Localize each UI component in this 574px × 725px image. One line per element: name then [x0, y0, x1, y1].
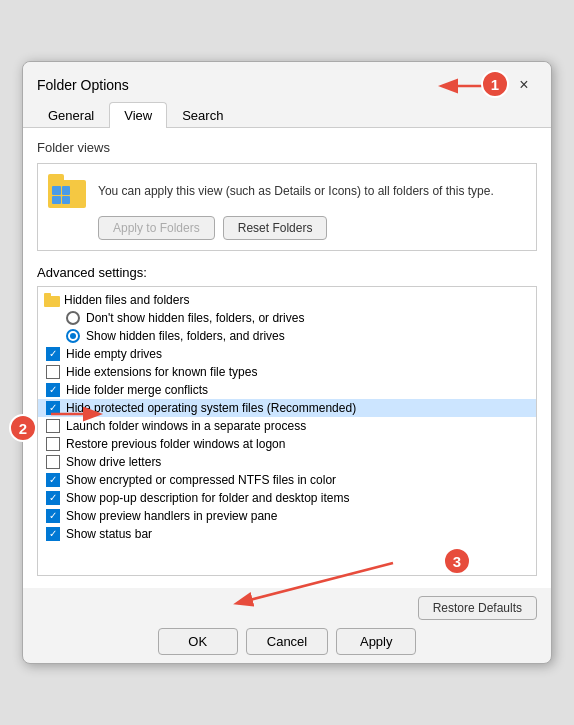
item-label: Show encrypted or compressed NTFS files …	[66, 473, 336, 487]
settings-list-container: Hidden files and folders Don't show hidd…	[37, 286, 537, 576]
item-label: Show hidden files, folders, and drives	[86, 329, 285, 343]
settings-list[interactable]: Hidden files and folders Don't show hidd…	[38, 287, 536, 575]
list-item[interactable]: Don't show hidden files, folders, or dri…	[38, 309, 536, 327]
checkbox-show-popup-description[interactable]	[46, 491, 60, 505]
item-label: Hide folder merge conflicts	[66, 383, 208, 397]
checkbox-hide-protected-os[interactable]	[46, 401, 60, 415]
radio-dont-show[interactable]	[66, 311, 80, 325]
apply-to-folders-button[interactable]: Apply to Folders	[98, 216, 215, 240]
checkbox-hide-empty-drives[interactable]	[46, 347, 60, 361]
item-label: Show drive letters	[66, 455, 161, 469]
folder-icon	[48, 174, 88, 208]
checkbox-show-status-bar[interactable]	[46, 527, 60, 541]
ok-button[interactable]: OK	[158, 628, 238, 655]
list-item[interactable]: Hide folder merge conflicts	[38, 381, 536, 399]
list-item[interactable]: Show pop-up description for folder and d…	[38, 489, 536, 507]
list-item[interactable]: Restore previous folder windows at logon	[38, 435, 536, 453]
list-item[interactable]: Show encrypted or compressed NTFS files …	[38, 471, 536, 489]
folder-options-dialog: 1 2 3 Folder Options ×	[22, 61, 552, 664]
item-label: Launch folder windows in a separate proc…	[66, 419, 306, 433]
checkbox-show-preview-handlers[interactable]	[46, 509, 60, 523]
tab-content: Folder views You can apply this view (su…	[23, 128, 551, 588]
annotation-2: 2	[9, 414, 37, 442]
list-item: Hidden files and folders	[38, 291, 536, 309]
item-label: Don't show hidden files, folders, or dri…	[86, 311, 304, 325]
checkbox-hide-merge-conflicts[interactable]	[46, 383, 60, 397]
tabs-container: General View Search	[23, 102, 551, 128]
item-label: Show status bar	[66, 527, 152, 541]
checkbox-restore-previous-windows[interactable]	[46, 437, 60, 451]
restore-defaults-button[interactable]: Restore Defaults	[418, 596, 537, 620]
checkbox-launch-separate-process[interactable]	[46, 419, 60, 433]
list-item[interactable]: Hide protected operating system files (R…	[38, 399, 536, 417]
folder-views-top: You can apply this view (such as Details…	[48, 174, 526, 208]
folder-views-buttons: Apply to Folders Reset Folders	[48, 216, 526, 240]
item-label: Hidden files and folders	[64, 293, 189, 307]
checkbox-hide-extensions[interactable]	[46, 365, 60, 379]
folder-views-description: You can apply this view (such as Details…	[98, 183, 494, 200]
folder-views-label: Folder views	[37, 140, 537, 155]
tab-view[interactable]: View	[109, 102, 167, 128]
radio-show-hidden[interactable]	[66, 329, 80, 343]
annotation-3: 3	[443, 547, 471, 575]
tab-general[interactable]: General	[33, 102, 109, 128]
advanced-settings-label: Advanced settings:	[37, 265, 537, 280]
checkbox-show-ntfs-color[interactable]	[46, 473, 60, 487]
list-item[interactable]: Show status bar	[38, 525, 536, 543]
folder-views-section: You can apply this view (such as Details…	[37, 163, 537, 251]
reset-folders-button[interactable]: Reset Folders	[223, 216, 328, 240]
list-item[interactable]: Hide empty drives	[38, 345, 536, 363]
annotation-1: 1	[481, 70, 509, 98]
list-item[interactable]: Launch folder windows in a separate proc…	[38, 417, 536, 435]
bottom-area: Restore Defaults OK Cancel Apply	[23, 588, 551, 663]
tab-search[interactable]: Search	[167, 102, 238, 128]
list-item[interactable]: Show preview handlers in preview pane	[38, 507, 536, 525]
cancel-button[interactable]: Cancel	[246, 628, 328, 655]
list-item[interactable]: Show drive letters	[38, 453, 536, 471]
item-label: Hide protected operating system files (R…	[66, 401, 356, 415]
title-bar: Folder Options ×	[23, 62, 551, 102]
item-label: Hide extensions for known file types	[66, 365, 257, 379]
restore-defaults-row: Restore Defaults	[37, 596, 537, 620]
list-item[interactable]: Show hidden files, folders, and drives	[38, 327, 536, 345]
item-label: Show preview handlers in preview pane	[66, 509, 277, 523]
item-label: Show pop-up description for folder and d…	[66, 491, 350, 505]
dialog-title: Folder Options	[37, 77, 129, 93]
list-item[interactable]: Hide extensions for known file types	[38, 363, 536, 381]
item-label: Restore previous folder windows at logon	[66, 437, 285, 451]
folder-small-icon	[44, 293, 60, 307]
checkbox-show-drive-letters[interactable]	[46, 455, 60, 469]
apply-button[interactable]: Apply	[336, 628, 416, 655]
dialog-buttons: OK Cancel Apply	[37, 628, 537, 655]
close-button[interactable]: ×	[511, 72, 537, 98]
item-label: Hide empty drives	[66, 347, 162, 361]
